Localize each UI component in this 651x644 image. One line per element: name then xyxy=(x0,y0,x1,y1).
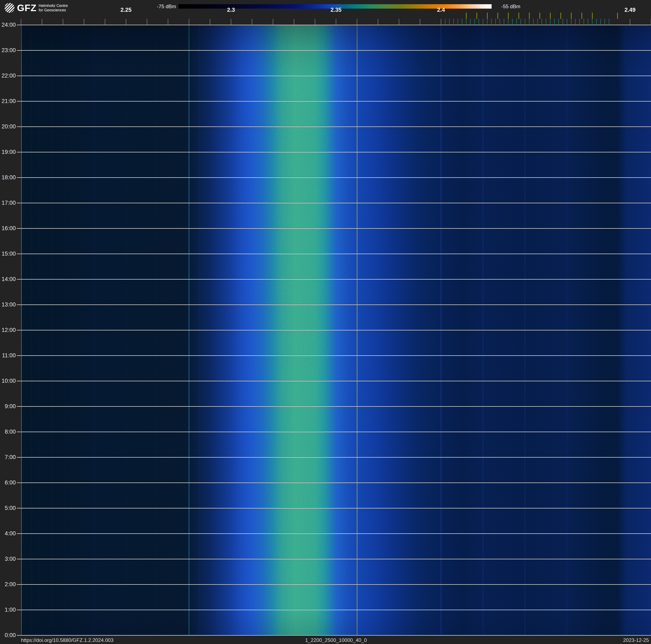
wifi-channel-tick xyxy=(539,12,540,19)
ble-channel-tick xyxy=(533,19,534,24)
freq-minor-tick xyxy=(84,19,84,25)
hour-label: 3:00 xyxy=(1,556,16,562)
hour-label: 4:00 xyxy=(1,530,16,537)
hour-label: 19:00 xyxy=(1,149,16,155)
hour-gridline xyxy=(17,330,651,330)
ble-channel-tick xyxy=(449,19,450,24)
hour-gridline xyxy=(17,203,651,203)
ble-channel-tick xyxy=(495,19,496,24)
freq-tick-label: 2.49 xyxy=(624,7,636,13)
ble-channel-tick xyxy=(584,19,584,24)
hour-gridline xyxy=(17,406,651,407)
wifi-channel-tick xyxy=(487,12,488,19)
freq-minor-tick xyxy=(420,19,420,25)
ble-channel-tick xyxy=(563,19,563,24)
freq-minor-tick xyxy=(21,19,21,25)
ble-channel-tick xyxy=(508,19,508,24)
ble-channel-tick xyxy=(454,19,454,24)
hour-gridline xyxy=(17,101,651,101)
hour-label: 21:00 xyxy=(1,98,16,105)
wifi-channel-tick xyxy=(550,12,551,19)
hour-gridline xyxy=(17,610,651,610)
wifi-channel-tick xyxy=(582,12,582,19)
ble-channel-tick xyxy=(483,19,483,24)
hour-gridline xyxy=(17,228,651,229)
freq-minor-tick xyxy=(336,19,336,25)
hour-gridline xyxy=(17,355,651,356)
freq-tick-label: 2.25 xyxy=(121,7,132,13)
hour-label: 22:00 xyxy=(1,72,16,79)
freq-minor-tick xyxy=(42,19,42,25)
wifi-channel-tick xyxy=(508,12,508,19)
freq-tick-label: 2.3 xyxy=(227,7,235,13)
wifi-channel-tick xyxy=(519,12,519,19)
ble-channel-tick xyxy=(504,19,504,24)
ble-channel-tick xyxy=(458,19,458,24)
ble-channel-tick xyxy=(521,19,521,24)
ble-channel-tick xyxy=(596,19,597,24)
hour-gridline xyxy=(17,177,651,178)
frequency-axis: 2.252.32.352.42.49 xyxy=(21,0,651,25)
freq-minor-tick xyxy=(231,19,231,25)
hour-gridline xyxy=(17,279,651,280)
ble-channel-tick xyxy=(491,19,492,24)
freq-minor-tick xyxy=(315,19,315,25)
freq-tick-label: 2.35 xyxy=(331,7,342,13)
ble-channel-tick xyxy=(571,19,571,24)
freq-tick-label: 2.4 xyxy=(437,7,445,13)
ble-channel-tick xyxy=(474,19,475,24)
hour-label: 12:00 xyxy=(1,327,16,333)
wifi-channel-tick xyxy=(560,12,561,19)
hour-gridline xyxy=(17,482,651,483)
hour-label: 2:00 xyxy=(1,581,16,588)
hour-gridline xyxy=(17,152,651,152)
ble-channel-tick xyxy=(462,19,462,24)
freq-minor-tick xyxy=(630,19,630,25)
hour-label: 15:00 xyxy=(1,251,16,257)
hour-label: 23:00 xyxy=(1,47,16,54)
wifi-channel-tick xyxy=(529,12,530,19)
hour-gridline xyxy=(17,25,651,25)
hour-label: 17:00 xyxy=(1,200,16,206)
filename-text: 1_2200_2500_10000_40_0 xyxy=(305,637,367,643)
hour-gridline xyxy=(17,126,651,127)
ble-channel-tick xyxy=(517,19,517,24)
ble-channel-tick xyxy=(600,19,601,24)
ble-channel-tick xyxy=(558,19,559,24)
hour-label: 20:00 xyxy=(1,123,16,130)
freq-minor-tick xyxy=(210,19,210,25)
hour-label: 14:00 xyxy=(1,276,16,283)
wifi-channel-tick xyxy=(466,12,467,19)
ble-channel-tick xyxy=(588,19,588,24)
ble-channel-tick xyxy=(466,19,466,24)
hour-label: 8:00 xyxy=(1,429,16,435)
ble-channel-tick xyxy=(487,19,488,24)
ble-channel-tick xyxy=(445,19,445,24)
hour-gridline xyxy=(17,381,651,381)
hour-label: 13:00 xyxy=(1,301,16,308)
ble-channel-tick xyxy=(546,19,546,24)
ble-channel-tick xyxy=(604,19,605,24)
freq-minor-tick xyxy=(378,19,378,25)
hour-gridline xyxy=(17,508,651,508)
ble-channel-tick xyxy=(579,19,580,24)
freq-minor-tick xyxy=(441,19,441,25)
ble-channel-tick xyxy=(609,19,609,24)
freq-minor-tick xyxy=(105,19,105,25)
ble-channel-tick xyxy=(529,19,529,24)
hour-label: 11:00 xyxy=(1,352,16,359)
hour-gridline xyxy=(17,50,651,51)
freq-minor-tick xyxy=(252,19,252,25)
spectrogram-plot xyxy=(21,25,651,635)
freq-minor-tick xyxy=(147,19,147,25)
hour-label: 16:00 xyxy=(1,225,16,232)
ble-channel-tick xyxy=(512,19,513,24)
wifi-channel-tick xyxy=(592,12,593,19)
hour-label: 18:00 xyxy=(1,174,16,181)
freq-minor-tick xyxy=(357,19,357,25)
hour-label: 0:00 xyxy=(1,632,16,639)
freq-minor-tick xyxy=(294,19,294,25)
hour-label: 1:00 xyxy=(1,607,16,613)
hour-label: 9:00 xyxy=(1,403,16,410)
date-text: 2023-12-25 xyxy=(623,637,649,643)
